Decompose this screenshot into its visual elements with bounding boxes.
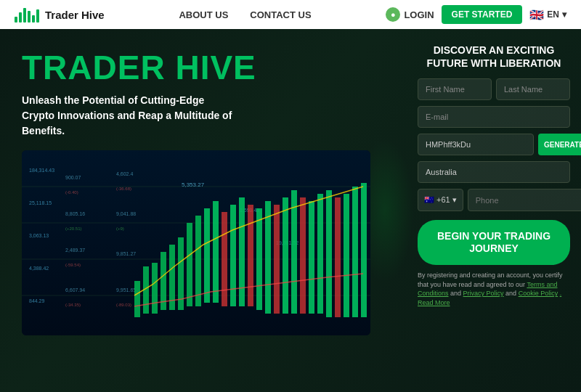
logo-icon bbox=[15, 7, 39, 23]
svg-rect-47 bbox=[309, 201, 314, 314]
svg-rect-34 bbox=[195, 216, 201, 306]
svg-text:(+20.51): (+20.51) bbox=[65, 226, 82, 231]
chevron-down-icon: ▾ bbox=[562, 9, 566, 20]
svg-text:9,851.27: 9,851.27 bbox=[116, 251, 136, 256]
user-icon: ● bbox=[386, 7, 400, 22]
first-name-input[interactable] bbox=[418, 78, 492, 100]
svg-rect-45 bbox=[291, 190, 297, 314]
nav-links: ABOUT US CONTACT US bbox=[179, 9, 311, 20]
svg-rect-48 bbox=[317, 194, 323, 314]
svg-rect-44 bbox=[283, 197, 288, 314]
main-content: TRADER HIVE Unleash the Potential of Cut… bbox=[0, 29, 581, 392]
chart-svg: 184,314.43 25,118.15 3,063.13 4,388.42 8… bbox=[22, 150, 370, 335]
svg-text:(-36.68): (-36.68) bbox=[116, 187, 131, 191]
svg-text:6,607.94: 6,607.94 bbox=[65, 287, 85, 293]
svg-text:(-59.54): (-59.54) bbox=[65, 263, 81, 267]
get-started-button[interactable]: GET STARTED bbox=[442, 5, 523, 24]
svg-rect-27 bbox=[134, 281, 140, 317]
svg-rect-40 bbox=[248, 205, 253, 306]
logo-text: Trader Hive bbox=[45, 9, 105, 21]
svg-text:9,041.88: 9,041.88 bbox=[116, 211, 136, 216]
svg-rect-38 bbox=[230, 205, 236, 306]
country-input[interactable] bbox=[418, 161, 570, 183]
cta-button[interactable]: BEGIN YOUR TRADING JOURNEY bbox=[418, 220, 570, 265]
svg-rect-39 bbox=[239, 197, 245, 306]
panel-title: DISCOVER AN EXCITING FUTURE WITH LIBERAT… bbox=[418, 44, 570, 70]
logo-area: Trader Hive bbox=[15, 7, 105, 23]
svg-rect-41 bbox=[256, 208, 262, 310]
right-panel: DISCOVER AN EXCITING FUTURE WITH LIBERAT… bbox=[407, 29, 581, 392]
svg-rect-36 bbox=[213, 201, 219, 303]
name-row bbox=[418, 78, 570, 100]
phone-prefix-label: 🇦🇺 +61 bbox=[424, 195, 450, 205]
svg-rect-46 bbox=[300, 197, 306, 314]
chart-container: 184,314.43 25,118.15 3,063.13 4,388.42 8… bbox=[22, 150, 370, 335]
generate-passwords-button[interactable]: GENERATE PASSWORDS bbox=[538, 134, 581, 155]
nav-about[interactable]: ABOUT US bbox=[179, 9, 228, 20]
hero-subtitle: Unleash the Potential of Cutting-Edge Cr… bbox=[22, 93, 240, 139]
svg-rect-37 bbox=[222, 212, 227, 306]
left-side: TRADER HIVE Unleash the Potential of Cut… bbox=[0, 29, 407, 392]
svg-text:4,388.42: 4,388.42 bbox=[29, 266, 49, 271]
svg-rect-29 bbox=[152, 263, 158, 314]
svg-text:(-0.40): (-0.40) bbox=[65, 190, 78, 195]
svg-text:(-34.35): (-34.35) bbox=[65, 303, 81, 307]
email-input[interactable] bbox=[418, 106, 570, 128]
svg-text:3,063.13: 3,063.13 bbox=[29, 233, 49, 238]
phone-input[interactable] bbox=[468, 189, 581, 211]
language-selector[interactable]: 🇬🇧 EN ▾ bbox=[529, 8, 566, 22]
chevron-down-icon: ▾ bbox=[452, 195, 457, 205]
svg-text:(+9): (+9) bbox=[116, 226, 124, 231]
svg-text:8,805.16: 8,805.16 bbox=[65, 211, 85, 216]
phone-prefix-selector[interactable]: 🇦🇺 +61 ▾ bbox=[418, 189, 463, 211]
svg-text:844.29: 844.29 bbox=[29, 298, 45, 303]
flag-icon: 🇬🇧 bbox=[529, 8, 544, 22]
svg-text:(-89.03): (-89.03) bbox=[116, 303, 131, 307]
disclaimer-text: By registering and creating an account, … bbox=[418, 271, 570, 307]
login-button[interactable]: ● LOGIN bbox=[386, 7, 434, 22]
cookie-link[interactable]: Cookie Policy bbox=[519, 290, 558, 297]
last-name-input[interactable] bbox=[496, 78, 570, 100]
svg-text:900.07: 900.07 bbox=[65, 175, 81, 180]
phone-row: 🇦🇺 +61 ▾ bbox=[418, 189, 570, 211]
svg-text:9,951.65: 9,951.65 bbox=[116, 287, 136, 293]
privacy-link[interactable]: Privacy Policy bbox=[463, 290, 504, 297]
svg-rect-35 bbox=[204, 208, 210, 303]
svg-rect-52 bbox=[352, 187, 358, 317]
login-label: LOGIN bbox=[404, 9, 434, 20]
nav-contact[interactable]: CONTACT US bbox=[250, 9, 311, 20]
password-row: GENERATE PASSWORDS bbox=[418, 134, 570, 155]
lang-label: EN bbox=[547, 9, 559, 20]
svg-rect-33 bbox=[187, 223, 192, 306]
svg-text:4,602.4: 4,602.4 bbox=[116, 171, 133, 176]
svg-text:2,489.37: 2,489.37 bbox=[65, 248, 85, 253]
password-input[interactable] bbox=[418, 134, 534, 155]
svg-rect-50 bbox=[335, 197, 341, 317]
svg-text:5,353.27: 5,353.27 bbox=[182, 181, 205, 188]
svg-rect-53 bbox=[361, 183, 367, 317]
hero-title: TRADER HIVE bbox=[22, 51, 392, 84]
svg-text:25,118.15: 25,118.15 bbox=[29, 200, 52, 205]
nav-right: ● LOGIN GET STARTED 🇬🇧 EN ▾ bbox=[386, 5, 566, 24]
svg-rect-49 bbox=[326, 190, 332, 317]
svg-rect-43 bbox=[274, 205, 280, 314]
svg-text:184,314.43: 184,314.43 bbox=[29, 168, 54, 173]
navbar: Trader Hive ABOUT US CONTACT US ● LOGIN … bbox=[0, 0, 581, 29]
svg-rect-51 bbox=[344, 194, 349, 317]
